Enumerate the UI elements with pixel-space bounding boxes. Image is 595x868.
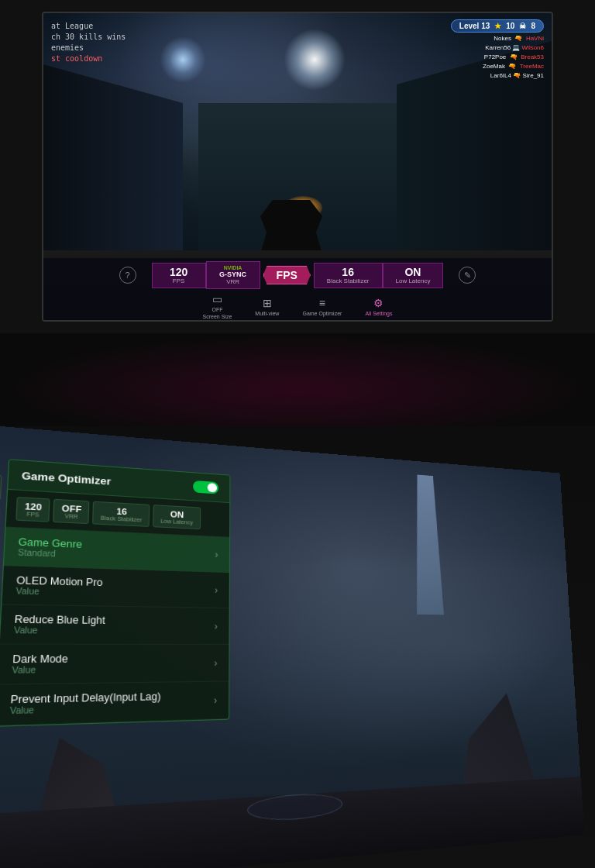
multi-view-label: Multi-view bbox=[255, 311, 279, 316]
menu-oled-motion[interactable]: OLED Motion Pro Value › bbox=[2, 566, 229, 608]
hud-line3: enemies bbox=[51, 43, 126, 53]
skull-value: 8 bbox=[531, 22, 535, 30]
mini-fps-label: FPS bbox=[24, 511, 41, 517]
menu-item-left: Game Genre Standard bbox=[18, 536, 82, 560]
screen-size-control[interactable]: ▭ OFF Screen Size bbox=[203, 293, 232, 319]
stat-black-stabilizer: 16 Black Stabilizer bbox=[314, 263, 383, 288]
game-optimizer-control[interactable]: ≡ Game Optimizer bbox=[302, 297, 342, 316]
toggle-knob bbox=[208, 483, 217, 492]
top-section: at League ch 30 kills wins enemies st co… bbox=[0, 0, 595, 333]
multi-view-icon: ⊞ bbox=[263, 297, 272, 309]
chevron-icon: › bbox=[215, 584, 218, 595]
menu-dark-mode[interactable]: Dark Mode Value › bbox=[0, 645, 229, 685]
chevron-icon: › bbox=[215, 621, 218, 632]
mini-vrr-label: VRR bbox=[61, 513, 81, 520]
fps-active-value: FPS bbox=[277, 270, 298, 281]
game-bar: ? 120 FPS NVIDIA G-SYNC VRR FPS bbox=[43, 258, 552, 320]
skull-icon: ☠ bbox=[519, 22, 526, 30]
game-bg-bottom: 🎮 ⊞ 🔊 Game Optimizer 120 FPS bbox=[0, 422, 585, 868]
ll-value: ON bbox=[404, 267, 421, 277]
game-optimizer-label: Game Optimizer bbox=[302, 311, 342, 316]
game-optimizer-icon: ≡ bbox=[319, 297, 325, 309]
stats-row: ? 120 FPS NVIDIA G-SYNC VRR FPS bbox=[43, 258, 552, 292]
light-center bbox=[284, 29, 346, 91]
mini-fps-value: 120 bbox=[25, 501, 42, 512]
mini-bs-label: Black Stabilizer bbox=[101, 515, 143, 523]
mini-ll-label: Low Latency bbox=[160, 518, 193, 525]
stat-fps: 120 FPS bbox=[152, 263, 206, 288]
player-row: P72Poe 🔫 Break53 bbox=[483, 53, 544, 62]
gsync-text: G-SYNC bbox=[219, 270, 246, 278]
screen-size-icon: ▭ bbox=[212, 293, 222, 305]
menu-reduce-blue-light[interactable]: Reduce Blue Light Value › bbox=[0, 604, 229, 644]
mini-stat-fps: 120 FPS bbox=[15, 497, 50, 522]
bs-value: 16 bbox=[342, 267, 354, 277]
game-screen: at League ch 30 kills wins enemies st co… bbox=[42, 12, 553, 322]
player-row: Lar6IL4 🔫 Sire_91 bbox=[483, 71, 544, 81]
nvidia-logo: NVIDIA bbox=[224, 265, 242, 270]
hud-line1: at League bbox=[51, 21, 126, 32]
star-icon: ★ bbox=[494, 22, 501, 30]
stat-gsync: NVIDIA G-SYNC VRR bbox=[206, 261, 260, 289]
edit-button[interactable]: ✎ bbox=[459, 267, 476, 284]
stat-low-latency: ON Low Latency bbox=[383, 263, 444, 288]
chevron-icon: › bbox=[215, 549, 218, 560]
mini-stat-ll: ON Low Latency bbox=[153, 505, 200, 529]
game-genre-value: Standard bbox=[18, 548, 82, 560]
mini-stat-bs: 16 Black Stabilizer bbox=[92, 501, 150, 527]
star-value: 10 bbox=[506, 22, 514, 30]
fps-label: FPS bbox=[173, 278, 185, 284]
divider bbox=[0, 333, 595, 426]
help-button[interactable]: ? bbox=[119, 267, 136, 284]
menu-item-left: OLED Motion Pro Value bbox=[15, 574, 103, 597]
reduce-blue-light-title: Reduce Blue Light bbox=[14, 614, 105, 626]
screen-size-label: OFF bbox=[212, 307, 222, 312]
dark-mode-value: Value bbox=[12, 665, 67, 675]
building-left bbox=[43, 64, 183, 258]
all-settings-label: All Settings bbox=[365, 311, 392, 316]
level-badge: Level 13 ★ 10 ☠ 8 bbox=[451, 19, 544, 33]
player-row: Nokes 🔫 HaVNi bbox=[483, 34, 544, 43]
stat-fps-active: FPS bbox=[263, 266, 311, 284]
optimizer-toggle[interactable] bbox=[193, 480, 218, 494]
screen-size-sublabel: Screen Size bbox=[203, 314, 232, 319]
hud-top-left: at League ch 30 kills wins enemies st co… bbox=[51, 21, 126, 64]
ll-label: Low Latency bbox=[396, 278, 431, 284]
reduce-blue-light-value: Value bbox=[14, 625, 105, 636]
all-settings-icon: ⚙ bbox=[373, 297, 383, 309]
menu-item-left: Prevent Input Delay(Input Lag) Value bbox=[10, 691, 161, 715]
mini-stat-vrr: OFF VRR bbox=[53, 499, 89, 524]
bs-label: Black Stabilizer bbox=[327, 278, 370, 284]
optimizer-panel: Game Optimizer 120 FPS OFF VRR bbox=[0, 459, 230, 727]
level-text: Level 13 bbox=[459, 22, 490, 30]
player-row: ZoeMak 🔫 TreeMac bbox=[483, 62, 544, 71]
chevron-icon: › bbox=[214, 694, 217, 706]
menu-item-left: Reduce Blue Light Value bbox=[14, 614, 105, 636]
menu-item-left: Dark Mode Value bbox=[12, 653, 68, 675]
tv-container: 🎮 ⊞ 🔊 Game Optimizer 120 FPS bbox=[0, 422, 585, 868]
all-settings-control[interactable]: ⚙ All Settings bbox=[365, 297, 392, 316]
dark-mode-title: Dark Mode bbox=[12, 653, 68, 666]
chevron-icon: › bbox=[214, 657, 217, 669]
multi-view-control[interactable]: ⊞ Multi-view bbox=[255, 297, 279, 316]
player-silhouette bbox=[260, 200, 322, 254]
fps-value: 120 bbox=[170, 267, 187, 277]
bottom-section: 🎮 ⊞ 🔊 Game Optimizer 120 FPS bbox=[0, 426, 595, 868]
controls-row: ▭ OFF Screen Size ⊞ Multi-view ≡ Game Op… bbox=[43, 292, 552, 320]
light-left bbox=[160, 36, 206, 83]
oled-motion-value: Value bbox=[15, 587, 102, 598]
player-list: Nokes 🔫 HaVNi Karren56 💻 Wilson6 P72Poe … bbox=[483, 34, 544, 81]
hud-line2: ch 30 kills wins bbox=[51, 32, 126, 43]
player-row: Karren56 💻 Wilson6 bbox=[483, 43, 544, 53]
hud-top-right: Level 13 ★ 10 ☠ 8 Nokes 🔫 HaVNi Karren56… bbox=[451, 19, 544, 81]
menu-input-lag[interactable]: Prevent Input Delay(Input Lag) Value › bbox=[0, 681, 229, 725]
hud-line4: st cooldown bbox=[51, 53, 126, 64]
panel-title: Game Optimizer bbox=[22, 469, 112, 487]
vrr-label: VRR bbox=[226, 279, 239, 285]
